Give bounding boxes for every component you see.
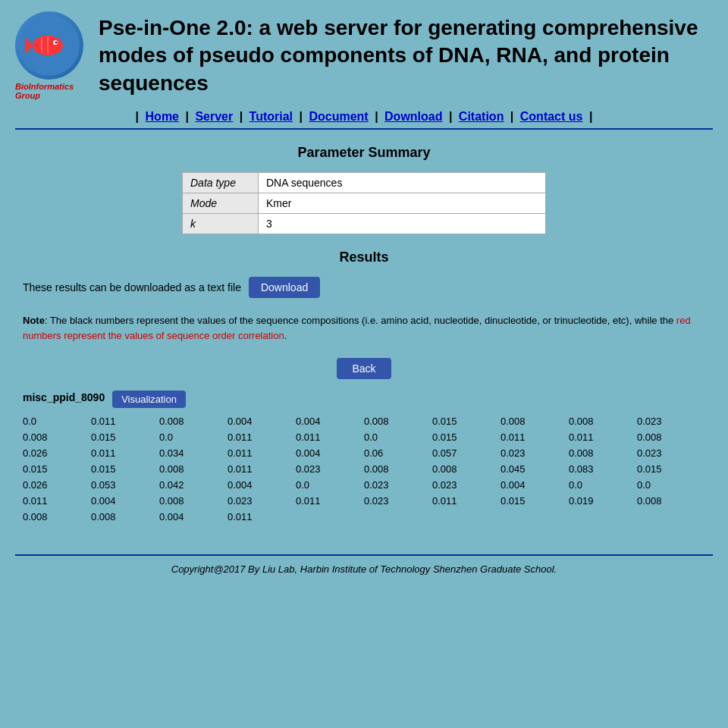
data-cell: 0.083 [569, 462, 637, 476]
nav-sep-0: | [136, 110, 139, 123]
nav-contact[interactable]: Contact us [520, 110, 583, 123]
data-cell: 0.015 [637, 462, 705, 476]
data-cell: 0.023 [637, 414, 705, 428]
data-cell-empty [296, 510, 364, 524]
download-button[interactable]: Download [249, 277, 320, 298]
data-cell: 0.053 [91, 478, 159, 492]
data-cell: 0.008 [500, 414, 569, 428]
data-cell: 0.011 [228, 510, 296, 524]
data-cell: 0.004 [91, 494, 159, 508]
note-body-black: : The black numbers represent the values… [45, 315, 676, 326]
data-cell-empty [637, 510, 705, 524]
param-table-container: Data type DNA sequences Mode Kmer k 3 [23, 172, 705, 234]
data-cell: 0.045 [500, 462, 569, 476]
data-cell: 0.023 [228, 494, 296, 508]
note-text: Note: The black numbers represent the va… [23, 313, 705, 343]
data-cell: 0.023 [364, 478, 432, 492]
data-cell: 0.004 [296, 446, 364, 460]
data-cell: 0.004 [228, 414, 296, 428]
nav-tutorial[interactable]: Tutorial [249, 110, 293, 123]
data-cell: 0.023 [637, 446, 705, 460]
param-value-0: DNA sequences [259, 173, 546, 193]
data-cell: 0.008 [637, 430, 705, 444]
data-cell: 0.0 [637, 478, 705, 492]
footer: Copyright@2017 By Liu Lab, Harbin Instit… [0, 556, 728, 586]
data-cell: 0.008 [364, 462, 432, 476]
back-button[interactable]: Back [337, 358, 391, 379]
data-cell: 0.008 [159, 462, 228, 476]
data-cell: 0.0 [364, 430, 432, 444]
param-table: Data type DNA sequences Mode Kmer k 3 [182, 172, 546, 234]
page-title: Pse-in-One 2.0: a web server for generat… [99, 14, 713, 97]
data-cell: 0.008 [569, 414, 637, 428]
data-cell: 0.015 [432, 414, 500, 428]
data-cell: 0.008 [23, 510, 91, 524]
sequence-header: misc_ppid_8090 Visualization [23, 391, 705, 408]
data-cell-empty [569, 510, 637, 524]
parameter-summary-title: Parameter Summary [23, 145, 705, 161]
data-cell: 0.034 [159, 446, 228, 460]
data-cell: 0.015 [500, 494, 569, 508]
data-cell: 0.008 [23, 430, 91, 444]
download-row: These results can be downloaded as a tex… [23, 277, 705, 298]
param-label-1: Mode [183, 193, 259, 214]
param-label-2: k [183, 214, 259, 234]
data-cell: 0.023 [432, 478, 500, 492]
nav-home[interactable]: Home [146, 110, 179, 123]
data-cell: 0.011 [228, 430, 296, 444]
data-cell: 0.004 [296, 414, 364, 428]
data-cell: 0.008 [569, 446, 637, 460]
param-label-0: Data type [183, 173, 259, 193]
data-cell-empty [432, 510, 500, 524]
data-cell: 0.008 [159, 414, 228, 428]
data-cell: 0.004 [228, 478, 296, 492]
back-row: Back [23, 358, 705, 379]
data-cell: 0.015 [432, 430, 500, 444]
nav-sep-4: | [375, 110, 381, 123]
param-value-1: Kmer [259, 193, 546, 214]
data-cell: 0.0 [159, 430, 228, 444]
data-cell: 0.023 [364, 494, 432, 508]
data-cell: 0.042 [159, 478, 228, 492]
nav-document[interactable]: Document [309, 110, 368, 123]
main-content: Parameter Summary Data type DNA sequence… [0, 130, 728, 539]
data-cell-empty [500, 510, 569, 524]
nav-bar: | Home | Server | Tutorial | Document | … [0, 104, 728, 128]
data-cell: 0.004 [500, 478, 569, 492]
nav-sep-6: | [510, 110, 517, 123]
nav-sep-3: | [300, 110, 306, 123]
sequence-id: misc_ppid_8090 [23, 391, 105, 403]
nav-sep-2: | [240, 110, 246, 123]
logo-label: BioInformatics Group [15, 82, 83, 100]
note-label: Note [23, 315, 45, 326]
data-cell: 0.06 [364, 446, 432, 460]
data-cell: 0.008 [637, 494, 705, 508]
data-cell: 0.011 [228, 462, 296, 476]
download-text: These results can be downloaded as a tex… [23, 281, 241, 293]
data-cell: 0.004 [159, 510, 228, 524]
data-cell: 0.011 [91, 414, 159, 428]
data-cell: 0.011 [569, 430, 637, 444]
param-value-2: 3 [259, 214, 546, 234]
logo-svg [19, 15, 80, 76]
table-row: Mode Kmer [183, 193, 546, 214]
header: BioInformatics Group Pse-in-One 2.0: a w… [0, 0, 728, 104]
nav-download[interactable]: Download [384, 110, 442, 123]
svg-point-4 [55, 42, 58, 44]
data-cell: 0.0 [296, 478, 364, 492]
data-cell: 0.011 [432, 494, 500, 508]
data-cell: 0.011 [500, 430, 569, 444]
data-cell: 0.015 [91, 462, 159, 476]
data-cell: 0.011 [296, 494, 364, 508]
data-cell: 0.023 [500, 446, 569, 460]
data-cell: 0.008 [159, 494, 228, 508]
nav-citation[interactable]: Citation [459, 110, 504, 123]
visualization-button[interactable]: Visualization [112, 391, 186, 408]
data-cell: 0.008 [91, 510, 159, 524]
data-cell: 0.0 [569, 478, 637, 492]
nav-server[interactable]: Server [195, 110, 233, 123]
data-cell: 0.026 [23, 446, 91, 460]
data-cell: 0.0 [23, 414, 91, 428]
logo-container: BioInformatics Group [15, 11, 83, 100]
data-cell: 0.026 [23, 478, 91, 492]
